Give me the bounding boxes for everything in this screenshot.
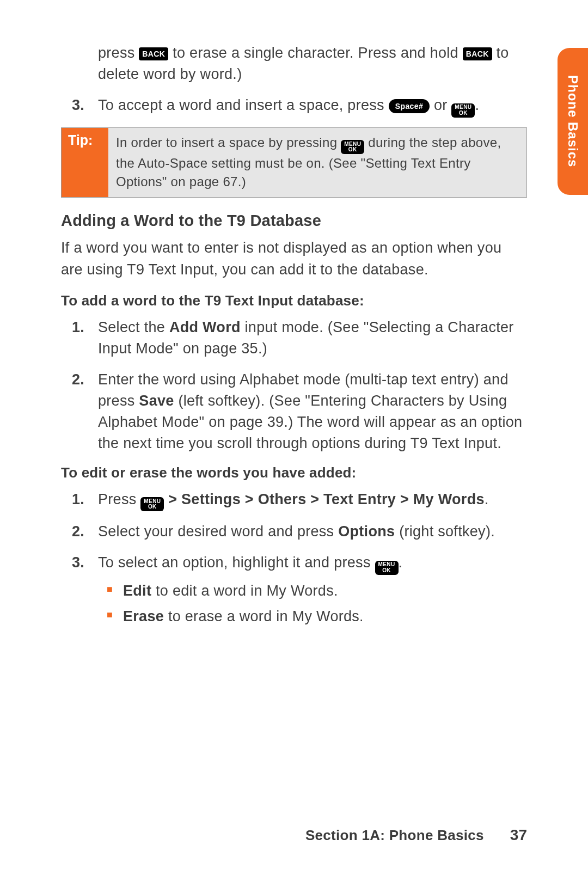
bullet-icon: ■: [107, 606, 123, 627]
subheading-edit-erase: To edit or erase the words you have adde…: [61, 464, 527, 481]
text: or: [434, 97, 451, 113]
footer-section: Section 1A: Phone Basics: [305, 827, 484, 844]
bold-text: Save: [139, 393, 174, 409]
step-text: Press MENUOK > Settings > Others > Text …: [98, 489, 527, 512]
text: Press: [98, 491, 140, 507]
step-3: 3. To accept a word and insert a space, …: [61, 95, 527, 118]
text: to erase a single character. Press and h…: [173, 45, 463, 61]
bold-text: Erase: [123, 608, 164, 624]
sublist-text: Edit to edit a word in My Words.: [123, 580, 527, 602]
step-number: 1.: [72, 489, 98, 512]
option-sublist: ■ Edit to edit a word in My Words. ■ Era…: [61, 580, 527, 627]
text: press: [98, 45, 139, 61]
tip-label: Tip:: [62, 128, 108, 198]
bullet-icon: ■: [107, 580, 123, 602]
space-key-icon: Space#: [389, 99, 430, 113]
edit-step-3: 3. To select an option, highlight it and…: [61, 552, 527, 575]
page-footer: Section 1A: Phone Basics 37: [305, 826, 527, 844]
text: Select your desired word and press: [98, 523, 338, 540]
text: to erase a word in My Words.: [164, 608, 364, 624]
sublist-item-edit: ■ Edit to edit a word in My Words.: [107, 580, 527, 602]
text: To accept a word and insert a space, pre…: [98, 97, 389, 113]
subheading-add-word: To add a word to the T9 Text Input datab…: [61, 292, 527, 309]
text: In order to insert a space by pressing: [116, 135, 341, 150]
step-text: Select the Add Word input mode. (See "Se…: [98, 317, 527, 359]
step-text: To accept a word and insert a space, pre…: [98, 95, 527, 118]
edit-step-2: 2. Select your desired word and press Op…: [61, 521, 527, 542]
menu-ok-key-icon: MENUOK: [375, 561, 399, 575]
heading-adding-word: Adding a Word to the T9 Database: [61, 212, 527, 230]
step-number: 2.: [72, 369, 98, 455]
tip-body: In order to insert a space by pressing M…: [108, 128, 526, 198]
step-number: 3.: [72, 95, 98, 118]
bold-text: Options: [338, 523, 395, 540]
continuation-text: press BACK to erase a single character. …: [61, 42, 527, 85]
add-step-2: 2. Enter the word using Alphabet mode (m…: [61, 369, 527, 455]
sublist-text: Erase to erase a word in My Words.: [123, 606, 527, 627]
step-number: 1.: [72, 317, 98, 359]
tip-box: Tip: In order to insert a space by press…: [61, 127, 527, 198]
bold-text: Edit: [123, 583, 151, 599]
menu-ok-key-icon: MENUOK: [341, 140, 364, 154]
section-tab: Phone Basics: [558, 48, 588, 195]
text: (right softkey).: [395, 523, 495, 540]
sublist-item-erase: ■ Erase to erase a word in My Words.: [107, 606, 527, 627]
text: Select the: [98, 319, 169, 335]
text: To select an option, highlight it and pr…: [98, 554, 375, 571]
footer-page-number: 37: [510, 826, 527, 844]
text: to edit a word in My Words.: [151, 583, 338, 599]
back-key-icon: BACK: [463, 47, 492, 60]
text: .: [485, 491, 489, 507]
section-tab-label: Phone Basics: [565, 75, 580, 167]
step-text: Enter the word using Alphabet mode (mult…: [98, 369, 527, 455]
bold-text: Add Word: [169, 319, 241, 335]
text: .: [399, 554, 403, 571]
intro-paragraph: If a word you want to enter is not displ…: [61, 237, 527, 280]
step-number: 3.: [72, 552, 98, 575]
step-text: To select an option, highlight it and pr…: [98, 552, 527, 575]
text: .: [475, 97, 479, 113]
step-text: Select your desired word and press Optio…: [98, 521, 527, 542]
add-step-1: 1. Select the Add Word input mode. (See …: [61, 317, 527, 359]
edit-step-1: 1. Press MENUOK > Settings > Others > Te…: [61, 489, 527, 512]
back-key-icon: BACK: [139, 47, 168, 60]
page-content: press BACK to erase a single character. …: [0, 0, 588, 627]
bold-text: > Settings > Others > Text Entry > My Wo…: [164, 491, 484, 507]
menu-ok-key-icon: MENUOK: [140, 497, 164, 511]
step-number: 2.: [72, 521, 98, 542]
menu-ok-key-icon: MENUOK: [451, 103, 475, 118]
